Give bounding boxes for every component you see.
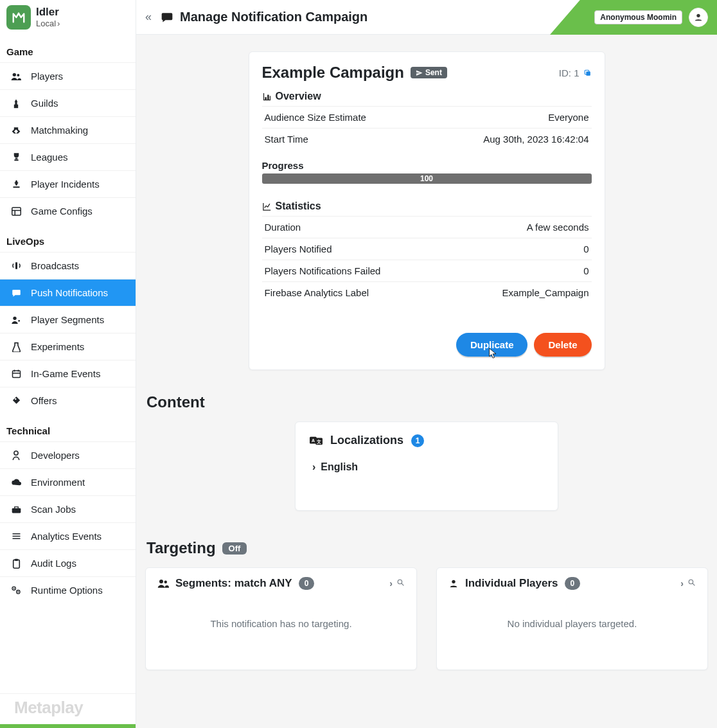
svg-rect-26 [586, 71, 590, 76]
nav-item-environment[interactable]: Environment [0, 468, 136, 495]
search-icon[interactable] [687, 578, 696, 589]
nav-item-players[interactable]: Players [0, 62, 136, 89]
players-title: Individual Players [465, 577, 558, 590]
nav-item-runtime-options[interactable]: Runtime Options [0, 576, 136, 603]
nav-label: Analytics Events [31, 531, 102, 542]
duplicate-button[interactable]: Duplicate [456, 333, 528, 357]
row-key: Audience Size Estimate [262, 107, 424, 129]
nav-icon [10, 315, 22, 324]
nav-icon [10, 585, 22, 595]
localization-item[interactable]: › English [312, 461, 544, 473]
nav-icon [10, 98, 22, 109]
avatar[interactable] [689, 8, 708, 27]
segments-empty: This notification has no targeting. [157, 618, 405, 629]
row-value: 0 [449, 260, 591, 282]
nav-label: Developers [31, 450, 80, 461]
localizations-card: A文 Localizations 1 › English [295, 422, 558, 511]
table-row: Players Notified0 [262, 238, 592, 260]
segments-title: Segments: match ANY [175, 577, 292, 590]
nav-item-audit-logs[interactable]: Audit Logs [0, 549, 136, 576]
nav-icon [10, 478, 22, 486]
row-value: A few seconds [449, 217, 591, 238]
segments-count: 0 [299, 577, 315, 590]
nav-icon [10, 532, 22, 540]
campaign-card: Example Campaign Sent ID: 1 Overview [249, 51, 605, 370]
nav-item-offers[interactable]: Offers [0, 387, 136, 414]
row-value: Example_Campaign [449, 282, 591, 304]
nav-icon [10, 179, 22, 189]
nav-icon [10, 369, 22, 378]
main-region: « Manage Notification Campaign Anonymous… [136, 0, 717, 728]
row-key: Players Notifications Failed [262, 260, 450, 282]
stats-table: DurationA few secondsPlayers Notified0Pl… [262, 216, 592, 303]
app-name: Idler [36, 6, 60, 19]
table-row: Firebase Analytics LabelExample_Campaign [262, 282, 592, 304]
chevron-right-icon: › [312, 461, 315, 473]
chevron-right-icon[interactable]: › [389, 578, 393, 589]
nav-item-matchmaking[interactable]: Matchmaking [0, 116, 136, 143]
campaign-title: Example Campaign [262, 64, 404, 82]
svg-point-34 [398, 580, 402, 584]
svg-point-14 [14, 451, 18, 455]
nav-item-leagues[interactable]: Leagues [0, 143, 136, 170]
svg-text:A: A [312, 438, 315, 443]
nav-item-push-notifications[interactable]: Push Notifications [0, 279, 136, 306]
nav-item-developers[interactable]: Developers [0, 441, 136, 468]
copy-icon[interactable] [583, 69, 592, 77]
nav-label: Matchmaking [31, 125, 88, 136]
row-key: Start Time [262, 129, 424, 150]
svg-rect-20 [15, 558, 18, 560]
targeting-state-badge: Off [222, 542, 247, 555]
nav-label: Runtime Options [31, 585, 103, 596]
sidebar: Idler Local› GamePlayersGuildsMatchmakin… [0, 0, 136, 728]
svg-rect-2 [14, 104, 18, 108]
svg-rect-15 [12, 508, 21, 513]
nav-item-game-configs[interactable]: Game Configs [0, 197, 136, 224]
nav-item-broadcasts[interactable]: Broadcasts [0, 252, 136, 279]
nav-icon [10, 152, 22, 162]
localizations-count: 1 [411, 434, 424, 447]
user-chip[interactable]: Anonymous Moomin [594, 10, 682, 24]
nav-section-header: Game [0, 35, 136, 62]
progress-bar: 100 [262, 173, 592, 184]
svg-line-35 [402, 583, 403, 585]
nav-label: Environment [31, 477, 85, 488]
nav-icon [10, 289, 22, 297]
svg-rect-10 [12, 371, 20, 378]
svg-rect-19 [13, 560, 19, 568]
svg-rect-4 [12, 208, 21, 215]
nav-item-experiments[interactable]: Experiments [0, 333, 136, 360]
nav-item-in-game-events[interactable]: In-Game Events [0, 360, 136, 387]
row-value: 0 [449, 238, 591, 260]
app-logo [6, 5, 31, 30]
svg-point-25 [696, 13, 700, 17]
nav-label: Player Segments [31, 314, 104, 325]
svg-point-24 [17, 591, 19, 592]
players-card: Individual Players 0 › No individual pla… [436, 567, 708, 670]
svg-point-32 [159, 580, 163, 583]
nav-item-analytics-events[interactable]: Analytics Events [0, 522, 136, 549]
campaign-id: ID: 1 [559, 67, 592, 78]
env-selector[interactable]: Local› [36, 19, 60, 28]
chevron-right-icon[interactable]: › [680, 578, 684, 589]
nav-item-scan-jobs[interactable]: Scan Jobs [0, 495, 136, 522]
nav-section-header: LiveOps [0, 224, 136, 252]
nav-label: Guilds [31, 98, 58, 109]
nav-item-player-segments[interactable]: Player Segments [0, 306, 136, 333]
nav-icon [10, 396, 22, 405]
delete-button[interactable]: Delete [534, 333, 591, 357]
nav-icon [10, 261, 22, 271]
nav-label: Players [31, 71, 63, 82]
language-icon: A文 [310, 435, 323, 447]
content-heading: Content [146, 393, 708, 411]
svg-point-1 [17, 74, 19, 76]
accent-bar [0, 724, 136, 728]
nav-label: Audit Logs [31, 558, 76, 569]
nav-label: Scan Jobs [31, 504, 76, 515]
collapse-sidebar-button[interactable]: « [145, 10, 152, 24]
search-icon[interactable] [396, 578, 405, 589]
nav-item-guilds[interactable]: Guilds [0, 89, 136, 116]
nav-icon [10, 72, 22, 81]
nav-item-player-incidents[interactable]: Player Incidents [0, 170, 136, 197]
svg-point-36 [452, 580, 455, 583]
